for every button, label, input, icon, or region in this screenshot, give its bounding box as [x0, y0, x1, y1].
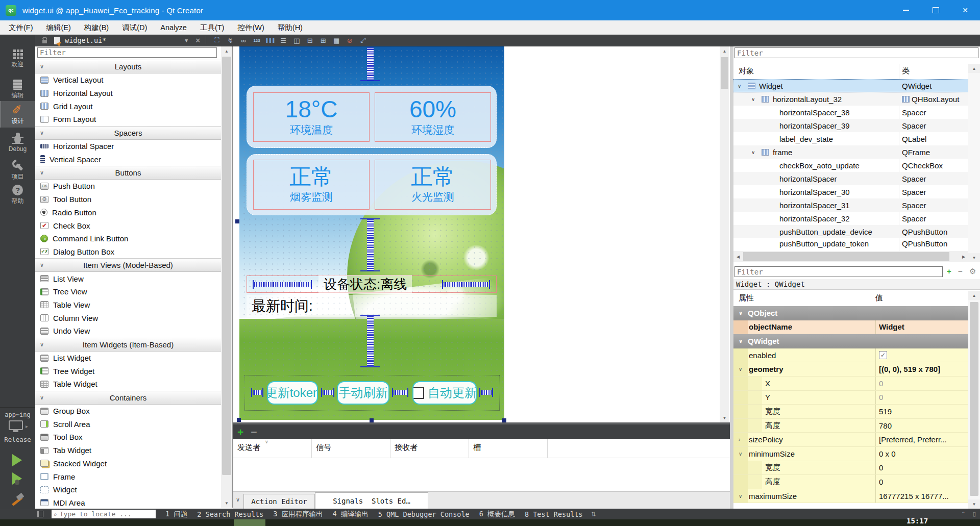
- widget-box-item-command-link-button[interactable]: Command Link Button: [35, 232, 221, 245]
- menu-item-h[interactable]: 帮助(H): [271, 20, 309, 35]
- object-row-horizontalSpacer_38[interactable]: horizontalSpacer_38Spacer: [733, 106, 968, 119]
- widget-box-item-vertical-layout[interactable]: Vertical Layout: [35, 73, 221, 87]
- widget-box-item-tab-widget[interactable]: Tab Widget: [35, 444, 221, 457]
- object-row-horizontalSpacer_32[interactable]: horizontalSpacer_32Spacer: [733, 212, 968, 225]
- form-preview[interactable]: 18°C 环境温度 60% 环境湿度 正常 烟雾监测 正常 火光监测: [239, 46, 504, 420]
- signal-column-信号[interactable]: 信号: [312, 439, 390, 458]
- object-row-horizontalSpacer_39[interactable]: horizontalSpacer_39Spacer: [733, 119, 968, 132]
- output-pane-4-编译输出[interactable]: 4 编译输出: [333, 510, 369, 519]
- layout-split-horizontal-icon[interactable]: ◫: [291, 35, 302, 45]
- menu-item-e[interactable]: 编辑(E): [40, 20, 78, 35]
- object-inspector-filter-input[interactable]: [734, 47, 978, 58]
- device-state-label[interactable]: 设备状态:离线: [318, 275, 412, 294]
- sidebar-mode-帮助[interactable]: 帮助: [0, 182, 35, 208]
- manual-refresh-button[interactable]: 手动刷新: [337, 381, 389, 405]
- break-layout-icon[interactable]: ⊘: [345, 35, 355, 45]
- property-row-sizePolicy[interactable]: ›sizePolicy[Preferred, Preferr...: [733, 433, 968, 447]
- desktop-target-icon[interactable]: [9, 420, 23, 430]
- property-row-geometry[interactable]: ∨geometry[(0, 0), 519 x 780]: [733, 362, 968, 377]
- vertical-spacer-indicator[interactable]: [367, 316, 374, 366]
- sidebar-mode-debug[interactable]: Debug: [0, 131, 35, 157]
- property-group-QObject[interactable]: ∨QObject: [733, 306, 968, 320]
- output-pane-5-QML-Debugger-Console[interactable]: 5 QML Debugger Console: [378, 510, 470, 518]
- locator-box[interactable]: ⌕: [52, 510, 156, 518]
- add-property-icon[interactable]: +: [947, 267, 951, 275]
- widget-box-item-dialog-button-box[interactable]: Dialog Button Box: [35, 245, 221, 259]
- menu-item-analyze[interactable]: Analyze: [154, 20, 193, 35]
- property-row-maximumSize[interactable]: ∨maximumSize16777215 x 16777...: [733, 489, 968, 504]
- object-inspector-hscrollbar[interactable]: ◀ ▶: [733, 251, 968, 262]
- debug-run-button[interactable]: [12, 472, 22, 485]
- output-pane-3-应用程序输出[interactable]: 3 应用程序输出: [273, 510, 323, 519]
- horizontal-spacer-indicator[interactable]: [254, 282, 310, 287]
- widget-box-item-form-layout[interactable]: Form Layout: [35, 113, 221, 126]
- property-row-minimumSize[interactable]: ∨minimumSize0 x 0: [733, 447, 968, 461]
- scrollbar-thumb[interactable]: [743, 252, 949, 261]
- scrollbar-thumb[interactable]: [222, 57, 231, 475]
- chevron-down-icon[interactable]: ∨: [751, 149, 755, 155]
- build-button[interactable]: [10, 494, 23, 507]
- selection-handle[interactable]: [235, 219, 239, 223]
- property-row-高度[interactable]: 高度0: [733, 475, 968, 489]
- widget-box-category-item[interactable]: ∨Item Views (Model-Based): [35, 258, 221, 272]
- widget-box-item-horizontal-spacer[interactable]: Horizontal Spacer: [35, 140, 221, 153]
- property-value[interactable]: 0: [875, 475, 965, 489]
- object-inspector-vscrollbar[interactable]: ▲ ▼: [968, 64, 980, 262]
- property-row-高度[interactable]: 高度780: [733, 419, 968, 433]
- selection-handle[interactable]: [502, 418, 506, 422]
- scrollbar-thumb[interactable]: [721, 57, 728, 89]
- panel-divider[interactable]: [730, 46, 733, 509]
- minimize-button[interactable]: [891, 0, 921, 20]
- object-row-pushButton_update_token[interactable]: pushButton_update_tokenQPushButton: [733, 238, 968, 248]
- edit-tab-order-icon[interactable]: 123: [252, 35, 262, 45]
- scroll-down-icon[interactable]: ▼: [968, 499, 980, 509]
- widget-box-item-stacked-widget[interactable]: Stacked Widget: [35, 457, 221, 470]
- chevron-down-icon[interactable]: ∨: [739, 493, 742, 499]
- menu-item-b[interactable]: 构建(B): [78, 20, 115, 35]
- widget-box-category-layouts[interactable]: ∨Layouts: [35, 60, 221, 73]
- close-button[interactable]: ✕: [950, 0, 980, 20]
- widget-box-item-vertical-spacer[interactable]: Vertical Spacer: [35, 153, 221, 166]
- chevron-down-icon[interactable]: ∨: [739, 451, 742, 457]
- remove-connection-icon[interactable]: −: [251, 427, 257, 437]
- scroll-right-icon[interactable]: ▶: [959, 252, 968, 261]
- column-property[interactable]: 属性: [739, 293, 754, 303]
- widget-box-item-table-widget[interactable]: Table Widget: [35, 378, 221, 391]
- widget-box-item-horizontal-layout[interactable]: Horizontal Layout: [35, 87, 221, 100]
- scroll-up-icon[interactable]: ▲: [221, 46, 232, 56]
- property-value[interactable]: 0 x 0: [875, 447, 965, 461]
- scroll-down-icon[interactable]: ▼: [968, 253, 980, 262]
- scroll-left-icon[interactable]: ◀: [733, 252, 743, 261]
- object-row-horizontalSpacer_31[interactable]: horizontalSpacer_31Spacer: [733, 198, 968, 212]
- widget-box-item-column-view[interactable]: Column View: [35, 311, 221, 324]
- design-canvas[interactable]: 18°C 环境温度 60% 环境湿度 正常 烟雾监测 正常 火光监测: [233, 46, 720, 422]
- object-row-label_dev_state[interactable]: label_dev_stateQLabel: [733, 132, 968, 145]
- property-value[interactable]: 0: [875, 391, 965, 405]
- widget-box-item-grid-layout[interactable]: Grid Layout: [35, 99, 221, 113]
- edit-buddies-icon[interactable]: ∞: [238, 35, 249, 45]
- property-value[interactable]: [Preferred, Preferr...: [875, 433, 965, 446]
- chevron-down-icon[interactable]: ∨: [751, 96, 755, 102]
- sidebar-mode-设计[interactable]: ✎设计: [0, 101, 35, 128]
- collapse-bottom-icon[interactable]: ⌃: [961, 511, 966, 517]
- widget-box-item-undo-view[interactable]: Undo View: [35, 324, 221, 338]
- widget-box-item-tree-view[interactable]: Tree View: [35, 285, 221, 298]
- menu-item-f[interactable]: 文件(F): [2, 20, 40, 35]
- selection-handle[interactable]: [370, 418, 374, 422]
- chevron-down-icon[interactable]: ∨: [738, 83, 741, 89]
- sidebar-mode-欢迎[interactable]: 欢迎: [0, 46, 35, 72]
- document-title[interactable]: widget.ui*: [65, 36, 106, 44]
- toggle-sidebar-icon[interactable]: [37, 511, 43, 517]
- humidity-label-cell[interactable]: 60% 环境湿度: [375, 92, 491, 142]
- object-row-checkBox_aoto_update[interactable]: checkBox_aoto_updateQCheckBox: [733, 159, 968, 172]
- run-button[interactable]: [12, 454, 22, 466]
- document-close-icon[interactable]: ✕: [195, 37, 201, 44]
- widget-box-item-mdi-area[interactable]: MDI Area: [35, 496, 221, 508]
- adjust-size-icon[interactable]: ⤢: [358, 35, 369, 45]
- horizontal-spacer-indicator[interactable]: [394, 390, 407, 395]
- property-value[interactable]: 519: [875, 405, 965, 418]
- column-object[interactable]: 对象: [739, 66, 754, 76]
- property-filter-input[interactable]: [734, 266, 943, 277]
- property-row-宽度[interactable]: 宽度0: [733, 461, 968, 475]
- object-row-horizontalLayout_32[interactable]: ∨horizontalLayout_32QHBoxLayout: [733, 92, 968, 106]
